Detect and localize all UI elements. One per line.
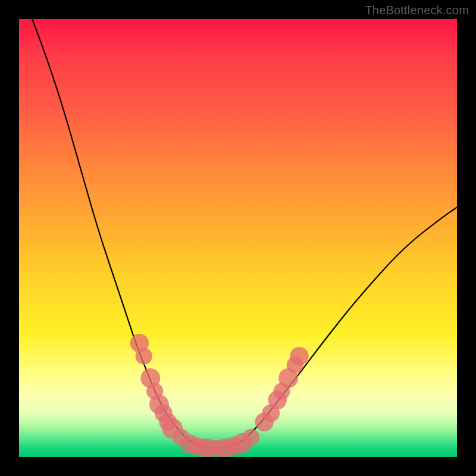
sample-point <box>136 348 152 365</box>
watermark-text: TheBottleneck.com <box>365 4 469 17</box>
sample-point <box>290 347 308 365</box>
plot-area <box>19 19 457 457</box>
sample-point <box>243 429 259 446</box>
sample-points-group <box>130 334 309 457</box>
curve-svg <box>19 19 457 457</box>
bottleneck-curve <box>32 19 457 448</box>
chart-frame: TheBottleneck.com <box>0 0 476 476</box>
